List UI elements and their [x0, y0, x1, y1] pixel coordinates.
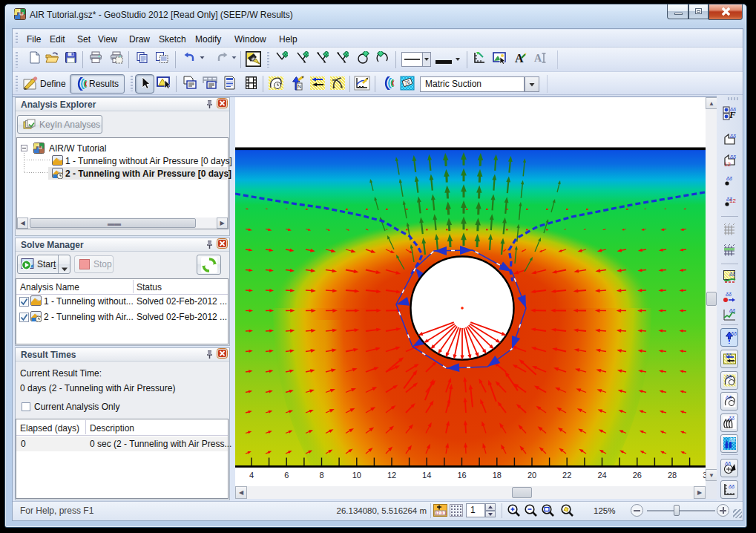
svg-text:24: 24	[597, 471, 606, 480]
svg-text:δδ: δδ	[731, 331, 737, 336]
svg-text:12: 12	[729, 197, 736, 204]
svg-text:28: 28	[668, 471, 677, 480]
svg-text:δδ: δδ	[726, 176, 732, 181]
svg-text:14: 14	[422, 471, 431, 480]
svg-text:8: 8	[319, 471, 323, 480]
svg-text:10: 10	[352, 471, 361, 480]
svg-text:δδ: δδ	[730, 134, 736, 139]
svg-text:22: 22	[562, 471, 571, 480]
svg-text:12: 12	[724, 161, 731, 167]
svg-text:16: 16	[457, 471, 466, 480]
svg-text:δδ: δδ	[729, 484, 734, 489]
svg-text:δδ: δδ	[729, 437, 735, 442]
svg-text:N: N	[298, 84, 301, 89]
svg-text:δδ: δδ	[730, 154, 736, 160]
svg-text:6: 6	[284, 471, 289, 480]
svg-text:12: 12	[387, 471, 396, 480]
svg-text:A: A	[515, 52, 524, 65]
svg-text:A: A	[534, 53, 542, 64]
svg-text:δδ: δδ	[729, 308, 735, 313]
svg-text:δδ: δδ	[730, 107, 736, 112]
svg-text:26: 26	[633, 471, 642, 480]
svg-text:δδ: δδ	[726, 395, 732, 400]
svg-text:δδ: δδ	[726, 353, 732, 358]
svg-text:δδ: δδ	[726, 292, 732, 297]
svg-text:δδ: δδ	[729, 416, 734, 421]
svg-text:4: 4	[249, 471, 254, 480]
svg-text:12,0,1: 12,0,1	[435, 511, 447, 515]
svg-text:δδ: δδ	[725, 461, 731, 466]
svg-text:δδ: δδ	[726, 374, 732, 379]
svg-text:18: 18	[493, 471, 502, 480]
svg-text:δδ: δδ	[729, 272, 735, 277]
svg-text:20: 20	[527, 471, 536, 480]
